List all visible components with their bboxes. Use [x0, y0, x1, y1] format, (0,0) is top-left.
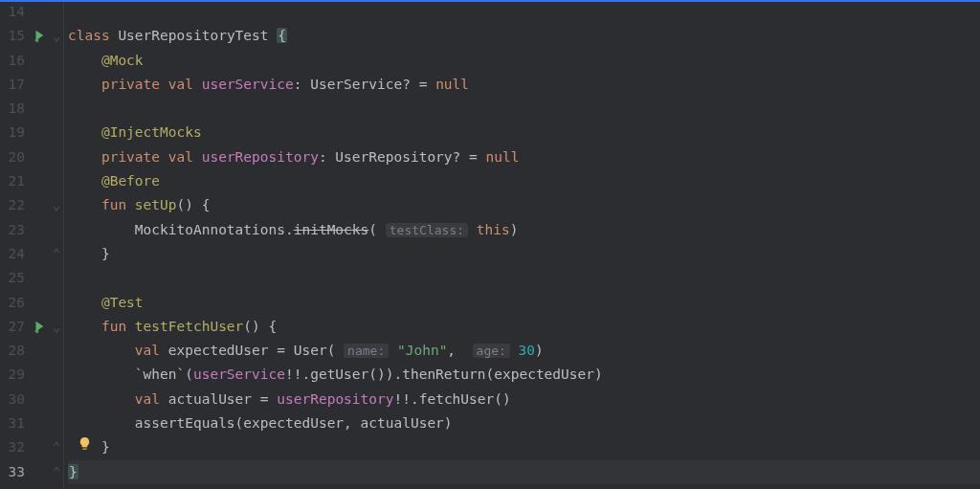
code-line[interactable]: @Test	[68, 291, 980, 315]
line-number[interactable]: 23	[9, 222, 25, 237]
line-number[interactable]: 21	[9, 173, 25, 189]
code-line[interactable]: fun setUp() {	[68, 193, 980, 217]
line-number[interactable]: 24	[9, 246, 25, 261]
code-line[interactable]: }	[68, 242, 980, 266]
code-area[interactable]: class UserRepositoryTest { @Mock private…	[64, 0, 980, 489]
code-line[interactable]: private val userRepository: UserReposito…	[68, 145, 980, 169]
code-line[interactable]	[68, 0, 980, 24]
line-number[interactable]: 31	[9, 415, 25, 431]
run-test-icon[interactable]	[29, 24, 50, 48]
code-line[interactable]: val actualUser = userRepository!!.fetchU…	[68, 388, 980, 411]
gutter-icon-column	[29, 0, 50, 489]
editor-top-border	[0, 0, 980, 2]
code-line[interactable]: private val userService: UserService? = …	[68, 73, 980, 97]
fold-end-icon[interactable]: ⌃	[50, 460, 63, 484]
fold-toggle-icon[interactable]: ⌄	[50, 315, 63, 339]
deprecated-method: initMocks	[294, 222, 369, 237]
line-number[interactable]: 33	[9, 464, 25, 479]
code-line[interactable]: }	[68, 435, 980, 459]
code-line[interactable]: val expectedUser = User( name: "John", a…	[68, 339, 980, 363]
matched-brace: }	[68, 464, 78, 479]
fold-toggle-icon[interactable]: ⌄	[50, 24, 63, 48]
matched-brace: {	[277, 28, 287, 43]
gutter: 14 15 16 17 18 19 20 21 22 23 24 25 26 2…	[0, 0, 64, 489]
parameter-hint: name:	[344, 344, 389, 358]
code-line[interactable]: @InjectMocks	[68, 121, 980, 144]
code-line[interactable]: }	[68, 460, 980, 484]
code-line[interactable]	[68, 266, 980, 290]
line-number[interactable]: 28	[9, 343, 25, 358]
line-number[interactable]: 15	[9, 28, 25, 43]
parameter-hint: testClass:	[386, 223, 468, 237]
code-line[interactable]: `when`(userService!!.getUser()).thenRetu…	[68, 363, 980, 387]
fold-end-icon[interactable]: ⌃	[50, 435, 63, 459]
line-number[interactable]: 25	[9, 270, 25, 285]
intention-bulb-icon[interactable]	[78, 435, 92, 451]
line-number[interactable]: 18	[9, 100, 25, 116]
code-line[interactable]: fun testFetchUser() {	[68, 315, 980, 339]
fold-column: ⌄ ⌄ ⌃ ⌄ ⌃ ⌃	[50, 0, 63, 489]
code-line[interactable]: assertEquals(expectedUser, actualUser)	[68, 411, 980, 435]
line-number[interactable]: 29	[9, 367, 25, 382]
parameter-hint: age:	[473, 344, 510, 358]
line-number[interactable]: 16	[9, 53, 25, 68]
run-test-icon[interactable]	[29, 315, 50, 339]
line-number[interactable]: 32	[9, 439, 25, 455]
line-number[interactable]: 20	[9, 149, 25, 165]
fold-toggle-icon[interactable]: ⌄	[50, 193, 63, 217]
fold-end-icon[interactable]: ⌃	[50, 242, 63, 266]
line-number-column: 14 15 16 17 18 19 20 21 22 23 24 25 26 2…	[0, 0, 29, 489]
line-number[interactable]: 14	[9, 4, 25, 19]
code-line[interactable]: @Before	[68, 169, 980, 193]
line-number[interactable]: 22	[9, 197, 25, 212]
svg-rect-0	[82, 448, 87, 450]
line-number[interactable]: 19	[9, 124, 25, 140]
code-line[interactable]: class UserRepositoryTest {	[68, 24, 980, 48]
line-number[interactable]: 26	[9, 295, 25, 310]
code-editor[interactable]: 14 15 16 17 18 19 20 21 22 23 24 25 26 2…	[0, 0, 980, 489]
code-line[interactable]	[68, 97, 980, 121]
line-number[interactable]: 27	[9, 319, 25, 334]
code-line[interactable]: @Mock	[68, 49, 980, 73]
line-number[interactable]: 17	[9, 77, 25, 92]
code-line[interactable]: MockitoAnnotations.initMocks( testClass:…	[68, 218, 980, 242]
line-number[interactable]: 30	[9, 391, 25, 407]
